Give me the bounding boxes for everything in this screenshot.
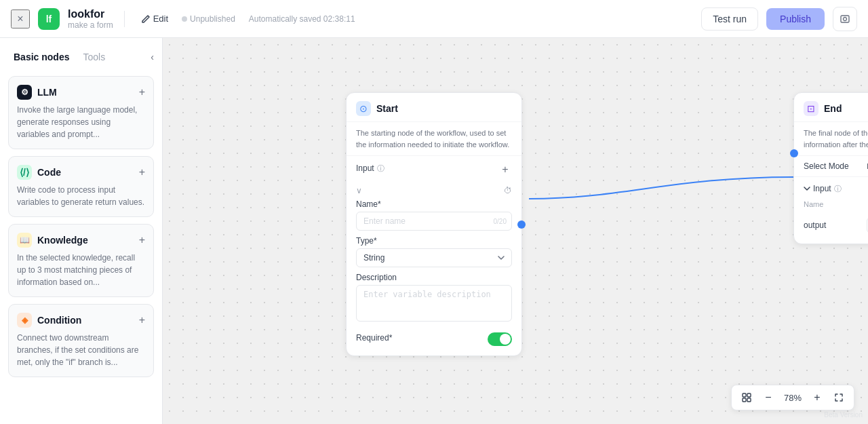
- svg-point-1: [844, 17, 847, 20]
- end-node-title: End: [824, 103, 842, 114]
- name-counter: 0/20: [494, 218, 507, 225]
- name-field-group: Name* 0/20: [356, 199, 512, 231]
- sidebar: Basic nodes Tools ‹ ⚙ LLM + Invoke the l…: [0, 38, 163, 424]
- required-label: Required*: [356, 333, 392, 343]
- svg-rect-0: [841, 16, 849, 22]
- screenshot-button[interactable]: [833, 7, 857, 31]
- description-field-group: Description: [356, 273, 512, 324]
- zoom-level-display: 78%: [781, 393, 805, 403]
- input-add-button[interactable]: +: [498, 163, 512, 176]
- name-label: Name*: [356, 199, 512, 209]
- edit-label: Edit: [153, 14, 168, 24]
- end-connection-dot-left: [790, 149, 798, 157]
- header-divider: [124, 11, 125, 27]
- start-connection-dot: [517, 220, 526, 229]
- tab-basic-nodes[interactable]: Basic nodes: [8, 49, 75, 65]
- knowledge-node-card: 📖 Knowledge + In the selected knowledge,…: [8, 224, 154, 297]
- expand-row: ∨ ⏱: [356, 182, 512, 199]
- llm-add-button[interactable]: +: [139, 86, 145, 98]
- end-table-header: Name Value: [804, 200, 868, 208]
- input-label: Input ⓘ: [356, 163, 384, 174]
- zoom-in-button[interactable]: +: [808, 388, 827, 407]
- knowledge-add-button[interactable]: +: [139, 234, 145, 246]
- code-icon: ⟨/⟩: [17, 165, 32, 180]
- code-node-card: ⟨/⟩ Code + Write code to process input v…: [8, 156, 154, 217]
- app-name: lookfor: [68, 8, 113, 20]
- publish-button[interactable]: Publish: [766, 8, 825, 30]
- svg-rect-3: [747, 393, 751, 397]
- llm-node-card: ⚙ LLM + Invoke the large language model,…: [8, 76, 154, 149]
- condition-add-button[interactable]: +: [139, 314, 145, 326]
- description-label: Description: [356, 273, 512, 282]
- type-select[interactable]: String Number Boolean: [356, 248, 512, 267]
- input-info-icon: ⓘ: [377, 163, 384, 174]
- condition-description: Connect two downstream branches, if the …: [17, 332, 145, 368]
- start-node-title: Start: [376, 103, 398, 114]
- end-node-description: The final node of the workflow, used to …: [794, 122, 868, 156]
- status-badge: Unpublished: [182, 14, 235, 24]
- required-toggle-row: Required*: [356, 330, 512, 349]
- llm-icon: ⚙: [17, 85, 32, 100]
- knowledge-card-header: 📖 Knowledge +: [17, 233, 145, 248]
- code-title: ⟨/⟩ Code: [17, 165, 61, 180]
- edit-icon: [141, 14, 151, 24]
- select-mode-label: Select Mode: [804, 161, 849, 171]
- start-node-icon: ⊙: [356, 101, 371, 116]
- fullscreen-button[interactable]: [829, 388, 848, 407]
- svg-rect-5: [747, 398, 751, 402]
- beta-watermark: Beta Version: [824, 411, 863, 419]
- svg-rect-2: [743, 393, 746, 397]
- fullscreen-icon: [834, 393, 844, 402]
- type-label: Type*: [356, 236, 512, 246]
- start-node-description: The starting node of the workflow, used …: [347, 122, 521, 156]
- end-row-name-cell: [804, 220, 861, 230]
- app-logo: lf: [38, 8, 60, 30]
- status-label: Unpublished: [190, 14, 235, 24]
- status-dot: [182, 16, 187, 22]
- autosave-label: Automatically saved 02:38:11: [249, 14, 355, 24]
- llm-card-header: ⚙ LLM +: [17, 85, 145, 100]
- screenshot-icon: [840, 14, 850, 24]
- code-card-header: ⟨/⟩ Code +: [17, 165, 145, 180]
- condition-title: ◈ Condition: [17, 313, 81, 328]
- name-input[interactable]: [356, 212, 512, 231]
- knowledge-description: In the selected knowledge, recall up to …: [17, 252, 145, 288]
- svg-rect-4: [743, 398, 746, 402]
- app-subtitle: make a form: [68, 20, 113, 30]
- condition-icon: ◈: [17, 313, 32, 328]
- expand-icon[interactable]: ∨: [356, 186, 362, 195]
- sidebar-collapse-button[interactable]: ‹: [151, 52, 154, 62]
- start-node: ⊙ Start The starting node of the workflo…: [346, 92, 522, 356]
- test-run-button[interactable]: Test run: [701, 7, 758, 31]
- input-label-row: Input ⓘ +: [356, 163, 512, 176]
- llm-description: Invoke the large language model, generat…: [17, 104, 145, 140]
- select-mode-row: Select Mode Return variable, generated b…: [794, 156, 868, 177]
- sidebar-tabs: Basic nodes Tools ‹: [8, 49, 154, 65]
- fit-screen-button[interactable]: [737, 388, 756, 407]
- clock-icon[interactable]: ⏱: [504, 186, 512, 195]
- start-node-header: ⊙ Start: [347, 93, 521, 122]
- workflow-canvas[interactable]: ⊙ Start The starting node of the workflo…: [163, 38, 868, 424]
- required-toggle[interactable]: [488, 332, 512, 346]
- end-input-info-icon: ⓘ: [834, 184, 842, 194]
- condition-card-header: ◈ Condition +: [17, 313, 145, 328]
- zoom-controls: − 78% +: [731, 385, 854, 410]
- end-table-row: Reference Please sele... ⏱: [804, 212, 868, 238]
- code-description: Write code to process input variables to…: [17, 184, 145, 208]
- close-button[interactable]: ×: [11, 9, 30, 28]
- end-input-header: Input ⓘ +: [804, 182, 868, 195]
- start-node-body: Input ⓘ + ∨ ⏱ Name* 0/20: [347, 156, 521, 355]
- end-node-header: ⊡ End: [794, 93, 868, 122]
- llm-title: ⚙ LLM: [17, 85, 57, 100]
- zoom-out-button[interactable]: −: [759, 388, 778, 407]
- edit-button[interactable]: Edit: [136, 11, 174, 26]
- end-input-label: Input ⓘ: [804, 184, 842, 194]
- name-col-header: Name: [804, 200, 868, 208]
- knowledge-icon: 📖: [17, 233, 32, 248]
- app-header: × lf lookfor make a form Edit Unpublishe…: [0, 0, 868, 38]
- tab-tools[interactable]: Tools: [77, 49, 111, 65]
- end-row-name-input[interactable]: [804, 220, 861, 230]
- description-textarea[interactable]: [356, 285, 512, 322]
- code-add-button[interactable]: +: [139, 166, 145, 178]
- knowledge-title: 📖 Knowledge: [17, 233, 88, 248]
